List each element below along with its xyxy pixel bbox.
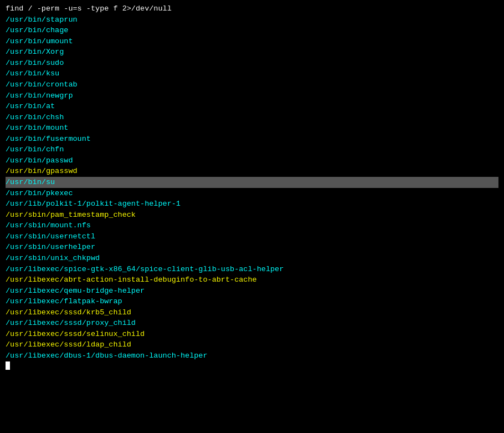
terminal-line-l12: /usr/bin/fusermount	[6, 134, 498, 145]
terminal-line-l7: /usr/bin/crontab	[6, 79, 498, 90]
terminal-line-l14: /usr/bin/passwd	[6, 155, 498, 166]
terminal-line-l16: /usr/bin/su	[6, 177, 498, 188]
terminal-line-l5: /usr/bin/sudo	[6, 58, 498, 69]
terminal-cursor	[6, 361, 10, 370]
terminal-line-l2: /usr/bin/chage	[6, 25, 498, 36]
terminal-window: find / -perm -u=s -type f 2>/dev/null/us…	[0, 0, 504, 433]
terminal-line-l32: /usr/libexec/dbus-1/dbus-daemon-launch-h…	[6, 350, 498, 361]
terminal-line-l23: /usr/sbin/unix_chkpwd	[6, 253, 498, 264]
terminal-line-l19: /usr/sbin/pam_timestamp_check	[6, 210, 498, 221]
terminal-line-l26: /usr/libexec/qemu-bridge-helper	[6, 286, 498, 297]
terminal-line-l3: /usr/bin/umount	[6, 36, 498, 47]
terminal-line-l1: /usr/bin/staprun	[6, 14, 498, 26]
terminal-line-l22: /usr/sbin/userhelper	[6, 242, 498, 253]
cursor-line	[6, 361, 498, 370]
terminal-line-l30: /usr/libexec/sssd/selinux_child	[6, 329, 498, 340]
terminal-line-l31: /usr/libexec/sssd/ldap_child	[6, 339, 498, 350]
terminal-line-l18: /usr/lib/polkit-1/polkit-agent-helper-1	[6, 198, 498, 210]
terminal-line-l24: /usr/libexec/spice-gtk-x86_64/spice-clie…	[6, 264, 498, 275]
terminal-line-l27: /usr/libexec/flatpak-bwrap	[6, 296, 498, 307]
terminal-line-l13: /usr/bin/chfn	[6, 144, 498, 155]
terminal-line-l21: /usr/sbin/usernetctl	[6, 231, 498, 242]
terminal-line-l9: /usr/bin/at	[6, 101, 498, 112]
terminal-line-l6: /usr/bin/ksu	[6, 68, 498, 79]
terminal-line-l11: /usr/bin/mount	[6, 123, 498, 134]
terminal-line-l17: /usr/bin/pkexec	[6, 188, 498, 199]
terminal-line-l8: /usr/bin/newgrp	[6, 90, 498, 101]
terminal-line-l28: /usr/libexec/sssd/krb5_child	[6, 307, 498, 318]
terminal-line-l10: /usr/bin/chsh	[6, 112, 498, 123]
terminal-line-l20: /usr/sbin/mount.nfs	[6, 220, 498, 231]
terminal-line-l4: /usr/bin/Xorg	[6, 47, 498, 58]
terminal-line-l15: /usr/bin/gpasswd	[6, 166, 498, 177]
terminal-line-l29: /usr/libexec/sssd/proxy_child	[6, 318, 498, 329]
terminal-line-l25: /usr/libexec/abrt-action-install-debugin…	[6, 274, 498, 286]
terminal-line-cmd: find / -perm -u=s -type f 2>/dev/null	[6, 3, 498, 14]
